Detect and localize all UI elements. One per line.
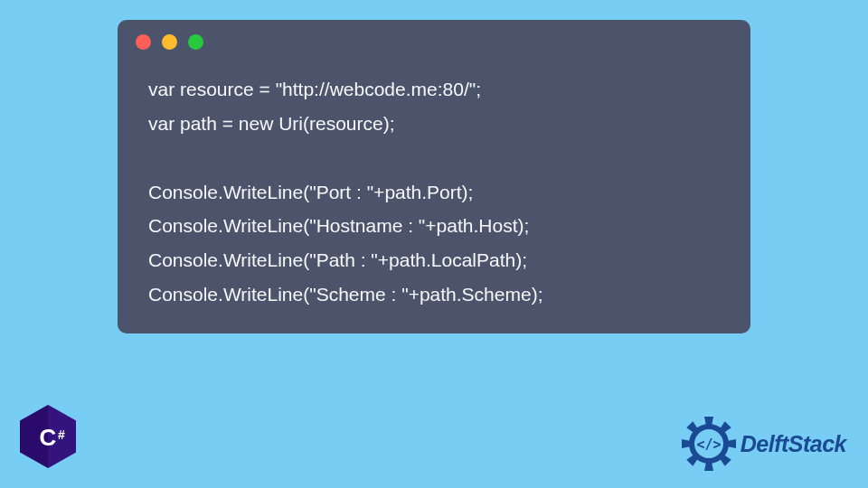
delftstack-gear-icon: </>	[681, 416, 737, 472]
window-controls	[118, 20, 750, 63]
svg-text:C: C	[40, 424, 57, 451]
svg-text:#: #	[58, 427, 65, 442]
code-line: Console.WriteLine("Path : "+path.LocalPa…	[148, 243, 720, 277]
code-line: Console.WriteLine("Hostname : "+path.Hos…	[148, 209, 720, 243]
code-line: var resource = "http://webcode.me:80/";	[148, 72, 720, 107]
csharp-badge-icon: C #	[20, 405, 76, 468]
svg-text:</>: </>	[696, 436, 721, 453]
code-body: var resource = "http://webcode.me:80/"; …	[118, 63, 750, 312]
code-line: var path = new Uri(resource);	[148, 107, 720, 141]
minimize-icon	[162, 34, 177, 50]
delftstack-brand-text: DelftStack	[741, 431, 846, 457]
maximize-icon	[188, 34, 203, 50]
delftstack-logo: </> DelftStack	[681, 416, 846, 472]
code-blank-line	[148, 141, 720, 175]
code-line: Console.WriteLine("Scheme : "+path.Schem…	[148, 277, 720, 312]
code-line: Console.WriteLine("Port : "+path.Port);	[148, 175, 720, 210]
code-card: var resource = "http://webcode.me:80/"; …	[118, 20, 750, 333]
close-icon	[136, 34, 151, 50]
